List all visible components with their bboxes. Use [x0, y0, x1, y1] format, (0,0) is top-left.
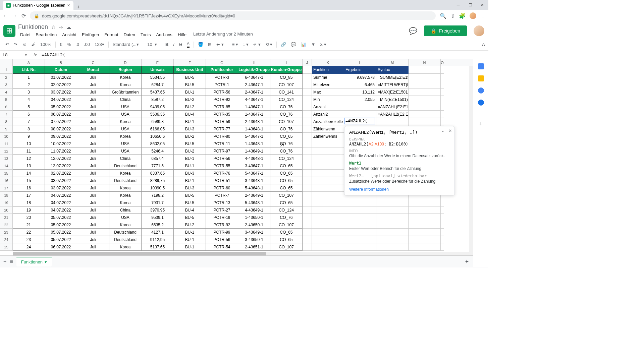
- sheet-tab-menu-icon[interactable]: ▾: [45, 259, 47, 264]
- cell-A11[interactable]: 10: [13, 140, 45, 147]
- cell-C25[interactable]: Juli: [77, 243, 109, 251]
- cell-E10[interactable]: 10650,6: [142, 133, 174, 140]
- cell-J21[interactable]: [303, 214, 312, 221]
- cell-C19[interactable]: Juli: [77, 199, 109, 206]
- row-header-18[interactable]: 18: [0, 192, 13, 199]
- col-header-E[interactable]: E: [142, 59, 174, 66]
- contacts-rail-icon[interactable]: [478, 100, 484, 106]
- cell-G3[interactable]: PCTR-1: [206, 81, 238, 88]
- row-header-19[interactable]: 19: [0, 199, 13, 206]
- forward-button[interactable]: →: [12, 13, 17, 19]
- cell-I18[interactable]: CO_107: [270, 192, 303, 199]
- cell-F25[interactable]: BU-1: [174, 243, 206, 251]
- cell-G22[interactable]: PCTR-92: [206, 221, 238, 229]
- cell-A21[interactable]: 20: [13, 214, 45, 221]
- cell-K20[interactable]: [312, 206, 344, 214]
- cell-J1[interactable]: [303, 66, 312, 74]
- cell-I23[interactable]: CO_65: [270, 229, 303, 236]
- cell-O19[interactable]: [441, 199, 444, 206]
- cell-L22[interactable]: [344, 221, 376, 229]
- cell-D24[interactable]: Deutschland: [109, 236, 142, 243]
- cell-J10[interactable]: [303, 133, 312, 140]
- keep-rail-icon[interactable]: [478, 75, 484, 81]
- close-tab-icon[interactable]: ×: [67, 3, 70, 8]
- cell-G18[interactable]: PCTR-7: [206, 192, 238, 199]
- cell-B21[interactable]: 05.07.2022: [45, 214, 77, 221]
- cell-I11[interactable]: CO_76: [270, 140, 303, 147]
- cell-D10[interactable]: Korea: [109, 133, 142, 140]
- cell-C16[interactable]: Juli: [77, 177, 109, 184]
- cell-C3[interactable]: Juli: [77, 81, 109, 88]
- row-header-6[interactable]: 6: [0, 103, 13, 111]
- cell-H8[interactable]: 2-43648-1: [238, 118, 270, 125]
- cell-B9[interactable]: 08.07.2022: [45, 125, 77, 133]
- tooltip-close-icon[interactable]: ✕: [448, 128, 452, 133]
- cell-G20[interactable]: PCTR-27: [206, 206, 238, 214]
- cell-O6[interactable]: [441, 103, 444, 111]
- cell-B19[interactable]: 04.07.2022: [45, 199, 77, 206]
- cell-C22[interactable]: Juli: [77, 221, 109, 229]
- cell-B13[interactable]: 12.07.2022: [45, 155, 77, 162]
- cell-C23[interactable]: Juli: [77, 229, 109, 236]
- cell-I8[interactable]: CO_107: [270, 118, 303, 125]
- share-button[interactable]: 🔒 Freigeben: [424, 25, 467, 36]
- cell-F2[interactable]: BU-5: [174, 74, 206, 81]
- cell-K8[interactable]: Anzahlleerezelle: [312, 118, 344, 125]
- cell-B1[interactable]: Datum: [45, 66, 77, 74]
- cell-N5[interactable]: [409, 96, 441, 103]
- cell-C5[interactable]: Juli: [77, 96, 109, 103]
- cell-K4[interactable]: Max: [312, 88, 344, 96]
- cell-K14[interactable]: [312, 162, 344, 170]
- row-header-11[interactable]: 11: [0, 140, 13, 147]
- cell-A13[interactable]: 12: [13, 155, 45, 162]
- row-header-4[interactable]: 4: [0, 88, 13, 96]
- cell-E8[interactable]: 6589,8: [142, 118, 174, 125]
- cell-E11[interactable]: 8602,05: [142, 140, 174, 147]
- cell-F13[interactable]: BU-1: [174, 155, 206, 162]
- cell-G11[interactable]: PCTR-11: [206, 140, 238, 147]
- cell-B14[interactable]: 13.07.2022: [45, 162, 77, 170]
- cell-I3[interactable]: CO_107: [270, 81, 303, 88]
- cell-D11[interactable]: USA: [109, 140, 142, 147]
- cell-K9[interactable]: Zählenwenn: [312, 125, 344, 133]
- profile-avatar[interactable]: [470, 12, 476, 19]
- cell-N8[interactable]: [409, 118, 441, 125]
- row-header-24[interactable]: 24: [0, 236, 13, 243]
- cell-G17[interactable]: PCTR-60: [206, 184, 238, 192]
- add-sheet-button[interactable]: +: [3, 259, 6, 265]
- calendar-rail-icon[interactable]: [478, 63, 484, 69]
- cell-D19[interactable]: Korea: [109, 199, 142, 206]
- cell-K23[interactable]: [312, 229, 344, 236]
- cell-J22[interactable]: [303, 221, 312, 229]
- cell-J25[interactable]: [303, 243, 312, 251]
- chart-button[interactable]: 📊: [299, 41, 308, 48]
- cell-B8[interactable]: 07.07.2022: [45, 118, 77, 125]
- cell-K6[interactable]: Anzahl: [312, 103, 344, 111]
- cell-J15[interactable]: [303, 170, 312, 177]
- cell-N20[interactable]: [409, 206, 441, 214]
- cell-K13[interactable]: [312, 155, 344, 162]
- cell-O21[interactable]: [441, 214, 444, 221]
- cell-N2[interactable]: [409, 74, 441, 81]
- cell-M4[interactable]: =MAX(E2:E1501): [376, 88, 409, 96]
- cloud-icon[interactable]: ☁: [66, 24, 71, 30]
- col-header-A[interactable]: A: [13, 59, 45, 66]
- sheet-tab-funktionen[interactable]: Funktionen ▾: [16, 257, 52, 266]
- menu-format[interactable]: Format: [102, 32, 120, 38]
- cell-B7[interactable]: 06.07.2022: [45, 111, 77, 118]
- cell-E2[interactable]: 5534,55: [142, 74, 174, 81]
- cell-I7[interactable]: CO_76: [270, 111, 303, 118]
- cell-M25[interactable]: [376, 243, 409, 251]
- col-header-D[interactable]: D: [109, 59, 142, 66]
- cell-F10[interactable]: BU-2: [174, 133, 206, 140]
- cell-K7[interactable]: Anzahl2: [312, 111, 344, 118]
- cell-H20[interactable]: 4-43649-1: [238, 206, 270, 214]
- cell-I13[interactable]: CO_124: [270, 155, 303, 162]
- cell-D20[interactable]: China: [109, 206, 142, 214]
- col-header-K[interactable]: K: [312, 59, 344, 66]
- cell-E20[interactable]: 3970,95: [142, 206, 174, 214]
- cell-F17[interactable]: BU-3: [174, 184, 206, 192]
- col-header-G[interactable]: G: [206, 59, 238, 66]
- row-header-1[interactable]: 1: [0, 66, 13, 74]
- cell-K11[interactable]: [312, 140, 344, 147]
